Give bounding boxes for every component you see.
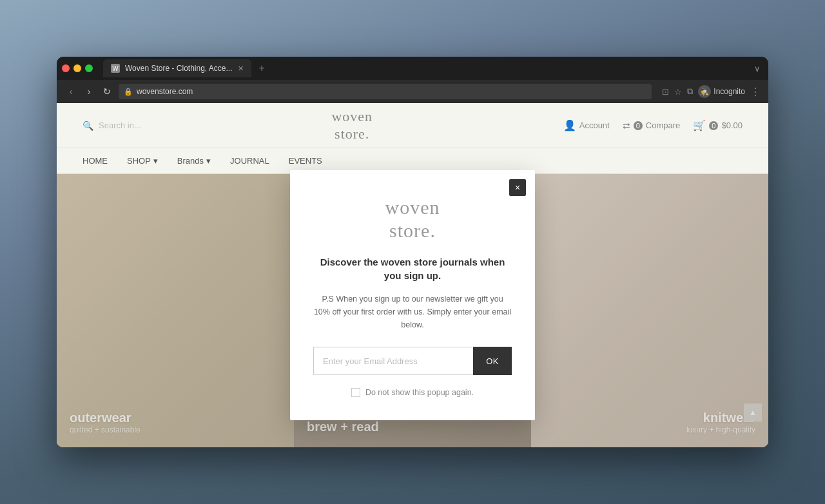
do-not-show-label: Do not show this popup again. <box>365 388 474 397</box>
shop-dropdown-icon: ▾ <box>153 156 158 166</box>
compare-count: 0 <box>634 121 643 130</box>
cart-icon: 🛒 <box>693 119 706 131</box>
cart-total: $0.00 <box>721 121 742 130</box>
browser-controls: ‹ › ↻ 🔒 wovenstore.com ⊡ ☆ ⧉ 🕵 Incognito… <box>57 80 768 103</box>
do-not-show-row: Do not show this popup again. <box>313 388 512 397</box>
minimize-window-button[interactable] <box>73 64 81 72</box>
incognito-badge[interactable]: 🕵 Incognito <box>698 85 745 98</box>
nav-shop[interactable]: SHOP ▾ <box>127 156 158 166</box>
website-content: 🔍 Search in... woven store. 👤 Account ⇄ … <box>57 103 768 447</box>
close-window-button[interactable] <box>62 64 70 72</box>
account-icon: 👤 <box>563 119 576 131</box>
tab-manager-icon[interactable]: ⧉ <box>687 86 693 97</box>
compare-label: Compare <box>646 121 680 130</box>
ok-button[interactable]: OK <box>473 347 512 375</box>
new-tab-button[interactable]: + <box>259 63 265 74</box>
forward-button[interactable]: › <box>82 86 95 97</box>
nav-brands[interactable]: Brands ▾ <box>177 156 211 166</box>
back-button[interactable]: ‹ <box>64 86 77 97</box>
cart-count: 0 <box>709 121 718 130</box>
newsletter-popup: × woven store. Discover the woven store … <box>290 170 535 420</box>
browser-window: W Woven Store - Clothing, Acce... ✕ + ∨ … <box>57 57 768 447</box>
popup-description: P.S When you sign up to our newsletter w… <box>313 293 512 331</box>
nav-home[interactable]: HOME <box>82 156 108 166</box>
search-icon: 🔍 <box>82 121 93 131</box>
cart-action[interactable]: 🛒 0 $0.00 <box>693 119 742 131</box>
incognito-icon: 🕵 <box>698 85 711 98</box>
reload-button[interactable]: ↻ <box>101 86 113 97</box>
tab-bar: W Woven Store - Clothing, Acce... ✕ + ∨ <box>57 57 768 80</box>
popup-logo: woven store. <box>313 196 512 242</box>
browser-chrome: W Woven Store - Clothing, Acce... ✕ + ∨ … <box>57 57 768 103</box>
menu-button[interactable]: ⋮ <box>750 86 761 98</box>
popup-close-button[interactable]: × <box>509 179 526 196</box>
url-text: wovenstore.com <box>137 87 193 96</box>
maximize-window-button[interactable] <box>85 64 93 72</box>
lock-icon: 🔒 <box>124 88 133 96</box>
account-label: Account <box>579 121 610 130</box>
site-header: 🔍 Search in... woven store. 👤 Account ⇄ … <box>57 103 768 148</box>
nav-events[interactable]: EVENTS <box>289 156 322 166</box>
tab-title: Woven Store - Clothing, Acce... <box>125 64 233 73</box>
browser-actions: ⊡ ☆ ⧉ 🕵 Incognito ⋮ <box>662 85 761 98</box>
search-placeholder: Search in... <box>99 121 141 130</box>
bookmark-icon[interactable]: ☆ <box>674 87 682 97</box>
compare-action[interactable]: ⇄ 0 Compare <box>623 121 681 131</box>
account-action[interactable]: 👤 Account <box>563 119 610 131</box>
site-logo: woven store. <box>331 108 373 142</box>
tab-dropdown-button[interactable]: ∨ <box>754 64 761 73</box>
cast-icon[interactable]: ⊡ <box>662 87 669 97</box>
search-area[interactable]: 🔍 Search in... <box>82 121 141 131</box>
address-bar[interactable]: 🔒 wovenstore.com <box>119 84 652 99</box>
active-tab[interactable]: W Woven Store - Clothing, Acce... ✕ <box>103 59 251 77</box>
compare-icon: ⇄ <box>623 121 630 131</box>
popup-title: Discover the woven store journals when y… <box>313 255 512 282</box>
tab-close-button[interactable]: ✕ <box>238 64 244 73</box>
header-actions: 👤 Account ⇄ 0 Compare 🛒 0 $0.00 <box>563 119 742 131</box>
email-form: OK <box>313 347 512 375</box>
do-not-show-checkbox[interactable] <box>351 388 360 397</box>
brands-dropdown-icon: ▾ <box>206 156 211 166</box>
traffic-lights <box>62 64 93 72</box>
nav-journal[interactable]: JOURNAL <box>230 156 269 166</box>
incognito-label: Incognito <box>713 87 745 96</box>
tab-favicon: W <box>111 64 120 73</box>
email-input[interactable] <box>313 347 473 375</box>
